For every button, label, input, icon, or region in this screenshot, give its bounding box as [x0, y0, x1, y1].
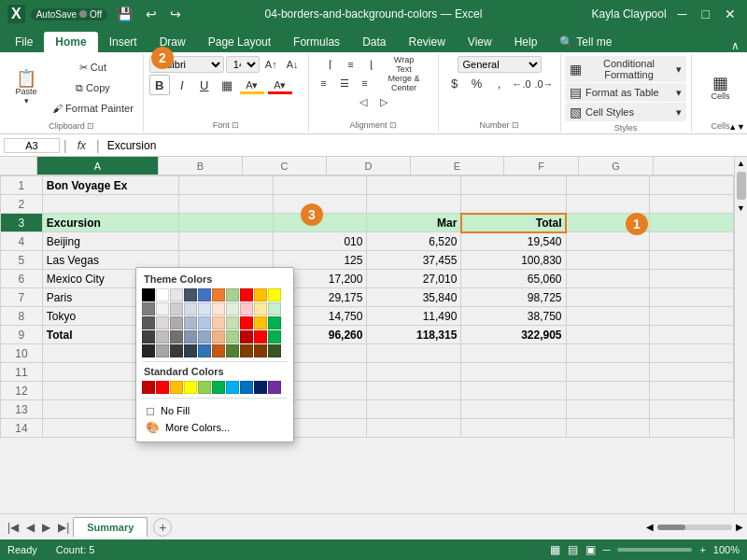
cell-E7[interactable]: 98,725 — [461, 288, 566, 307]
h-scroll-left[interactable]: ◀ — [646, 522, 654, 532]
cell-D14[interactable] — [367, 419, 461, 438]
cell-C2[interactable] — [273, 195, 367, 214]
no-fill-option[interactable]: ◻ No Fill — [142, 402, 288, 419]
cell-D5[interactable]: 37,455 — [367, 251, 461, 270]
cell-F10[interactable] — [566, 344, 650, 363]
cell-C1[interactable] — [273, 176, 367, 195]
wrap-text-button[interactable]: Wrap Text — [383, 56, 426, 73]
color-swatch[interactable] — [268, 288, 281, 301]
cut-button[interactable]: ✂ Cut — [49, 58, 137, 77]
vertical-scrollbar[interactable]: ▲ ▼ — [734, 157, 747, 513]
cell-A2[interactable] — [42, 195, 178, 214]
color-swatch[interactable] — [268, 344, 281, 357]
cell-E4[interactable]: 19,540 — [461, 232, 566, 251]
redo-button[interactable]: ↪ — [166, 7, 185, 21]
format-as-table-button[interactable]: ▤ Format as Table ▾ — [565, 83, 686, 102]
cell-G12[interactable] — [650, 382, 734, 400]
cell-G11[interactable] — [650, 363, 734, 382]
color-swatch[interactable] — [170, 381, 183, 394]
color-swatch[interactable] — [254, 302, 267, 315]
formula-input[interactable] — [104, 139, 743, 152]
col-header-G[interactable]: G — [579, 157, 654, 175]
alignment-expand-icon[interactable]: ⊡ — [389, 120, 397, 130]
color-swatch[interactable] — [254, 344, 267, 357]
color-swatch[interactable] — [156, 330, 169, 343]
cell-G6[interactable] — [650, 270, 734, 288]
cell-G8[interactable] — [650, 307, 734, 326]
cell-A1[interactable]: Bon Voyage Ex — [42, 176, 178, 195]
tab-draw[interactable]: Draw — [148, 32, 197, 52]
border-button[interactable]: ▦ — [217, 75, 237, 95]
number-expand-icon[interactable]: ⊡ — [512, 120, 519, 130]
cell-F3[interactable] — [566, 214, 650, 232]
font-name-select[interactable]: Calibri — [149, 56, 224, 73]
color-swatch[interactable] — [212, 316, 225, 329]
cell-B4[interactable] — [178, 232, 273, 251]
cell-styles-button[interactable]: ▧ Cell Styles ▾ — [565, 103, 686, 121]
cell-reference-input[interactable] — [4, 138, 60, 153]
color-swatch[interactable] — [184, 381, 197, 394]
tab-view[interactable]: View — [457, 32, 503, 52]
conditional-formatting-button[interactable]: ▦ Conditional Formatting ▾ — [565, 56, 686, 82]
scrollbar-thumb[interactable] — [737, 172, 746, 200]
cell-F9[interactable] — [566, 326, 650, 344]
color-swatch[interactable] — [184, 316, 197, 329]
cell-A3[interactable]: Excursion — [42, 214, 178, 232]
color-swatch[interactable] — [198, 288, 211, 301]
color-swatch[interactable] — [142, 302, 155, 315]
color-swatch[interactable] — [198, 316, 211, 329]
zoom-plus-icon[interactable]: + — [699, 544, 705, 555]
cell-D8[interactable]: 11,490 — [367, 307, 461, 326]
save-button[interactable]: 💾 — [113, 7, 136, 21]
normal-view-button[interactable]: ▦ — [550, 543, 560, 556]
color-swatch[interactable] — [212, 330, 225, 343]
ribbon-scroll-icon[interactable]: ▲▼ — [726, 120, 747, 133]
cell-A4[interactable]: Beijing — [42, 232, 178, 251]
increase-font-button[interactable]: A↑ — [261, 57, 281, 72]
color-swatch[interactable] — [142, 344, 155, 357]
color-swatch[interactable] — [198, 302, 211, 315]
cell-D13[interactable] — [367, 400, 461, 419]
bold-button[interactable]: B — [149, 75, 170, 95]
cell-E13[interactable] — [461, 400, 566, 419]
tab-file[interactable]: File — [4, 32, 44, 52]
cell-D1[interactable] — [367, 176, 461, 195]
color-swatch[interactable] — [198, 344, 211, 357]
color-swatch[interactable] — [212, 344, 225, 357]
color-swatch[interactable] — [156, 316, 169, 329]
format-painter-button[interactable]: 🖌 Format Painter — [49, 99, 137, 118]
color-swatch[interactable] — [170, 330, 183, 343]
comma-button[interactable]: , — [489, 75, 510, 92]
cell-G7[interactable] — [650, 288, 734, 307]
cell-C3[interactable] — [273, 214, 367, 232]
cell-G1[interactable] — [650, 176, 734, 195]
cell-E9[interactable]: 322,905 — [461, 326, 566, 344]
cell-D6[interactable]: 27,010 — [367, 270, 461, 288]
align-center-button[interactable]: ☰ — [335, 75, 354, 91]
percent-button[interactable]: % — [467, 75, 487, 92]
tab-data[interactable]: Data — [351, 32, 397, 52]
color-swatch[interactable] — [156, 381, 169, 394]
increase-indent-button[interactable]: ▷ — [374, 93, 393, 110]
color-swatch[interactable] — [268, 302, 281, 315]
col-header-A[interactable]: A — [37, 157, 159, 175]
undo-button[interactable]: ↩ — [142, 7, 161, 21]
cell-D2[interactable] — [367, 195, 461, 214]
font-size-select[interactable]: 14 — [226, 56, 260, 73]
cell-G9[interactable] — [650, 326, 734, 344]
color-swatch[interactable] — [170, 316, 183, 329]
color-swatch[interactable] — [170, 344, 183, 357]
color-swatch[interactable] — [156, 302, 169, 315]
color-swatch[interactable] — [198, 381, 211, 394]
ribbon-collapse-icon[interactable]: ∧ — [731, 39, 740, 52]
cell-F2[interactable] — [566, 195, 650, 214]
cell-F1[interactable] — [566, 176, 650, 195]
fill-color-button[interactable]: A ▾ — [239, 75, 265, 95]
color-swatch[interactable] — [254, 381, 267, 394]
cell-G5[interactable] — [650, 251, 734, 270]
align-middle-button[interactable]: ≡ — [342, 56, 360, 73]
color-swatch[interactable] — [156, 288, 169, 301]
color-swatch[interactable] — [184, 344, 197, 357]
tab-help[interactable]: Help — [503, 32, 549, 52]
color-swatch[interactable] — [142, 288, 155, 301]
